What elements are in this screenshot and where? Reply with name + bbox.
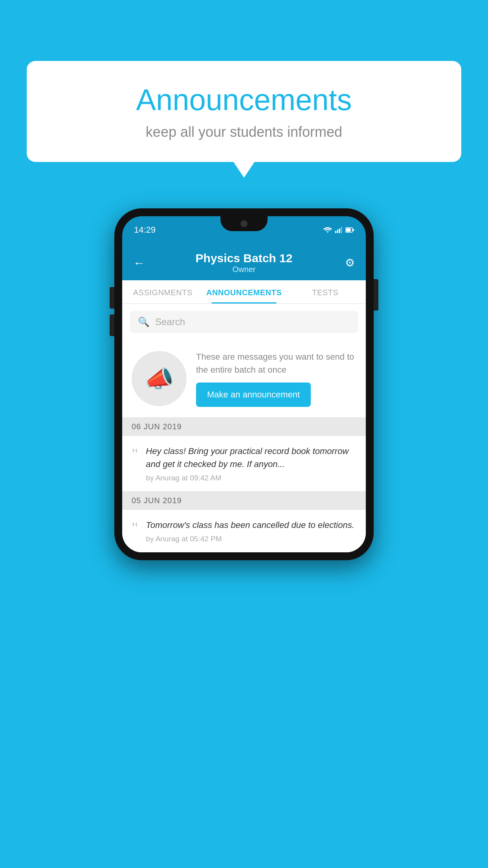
bubble-title: Announcements [50,83,438,117]
phone-screen: ← Physics Batch 12 Owner ⚙ ASSIGNMENTS A… [122,244,366,552]
make-announcement-button[interactable]: Make an announcement [196,383,311,407]
svg-rect-0 [335,231,336,233]
date-label-1: 06 JUN 2019 [132,422,182,431]
phone-side-button-right [374,279,378,311]
announcement-icon-circle: 📣 [132,351,187,406]
speech-bubble-section: Announcements keep all your students inf… [27,61,461,162]
settings-icon[interactable]: ⚙ [339,256,355,269]
svg-rect-3 [341,227,342,233]
date-label-2: 05 JUN 2019 [132,496,182,505]
phone-side-button-left-1 [110,287,114,309]
bubble-subtitle: keep all your students informed [50,124,438,140]
announcement-text-1: Hey class! Bring your practical record b… [146,445,356,471]
search-icon: 🔍 [138,316,150,327]
quote-icon-1: " [132,446,138,462]
announcement-content-2: Tomorrow's class has been cancelled due … [146,519,356,543]
announcement-meta-1: by Anurag at 09:42 AM [146,474,356,482]
status-bar: 14:29 [122,216,366,244]
promo-description: These are messages you want to send to t… [196,350,356,376]
speech-bubble-card: Announcements keep all your students inf… [27,61,461,162]
tab-assignments[interactable]: ASSIGNMENTS [122,280,204,303]
wifi-icon [323,227,332,233]
announcement-content-1: Hey class! Bring your practical record b… [146,445,356,482]
phone-mockup: 14:29 [114,208,374,560]
signal-icon [335,227,342,233]
quote-icon-2: " [132,520,138,536]
user-role: Owner [196,265,293,274]
battery-icon [345,227,354,233]
date-divider-2: 05 JUN 2019 [122,491,366,510]
tabs-bar: ASSIGNMENTS ANNOUNCEMENTS TESTS [122,280,366,304]
search-container: 🔍 Search [122,304,366,340]
promo-section: 📣 These are messages you want to send to… [122,340,366,417]
tab-announcements[interactable]: ANNOUNCEMENTS [204,280,285,303]
announcement-meta-2: by Anurag at 05:42 PM [146,535,356,543]
batch-name: Physics Batch 12 [196,252,293,265]
camera [240,220,248,227]
header-title-block: Physics Batch 12 Owner [196,252,293,274]
phone-side-button-left-2 [110,314,114,336]
search-input[interactable]: Search [155,316,185,327]
phone-notch [220,216,268,231]
announcement-item-2[interactable]: " Tomorrow's class has been cancelled du… [122,510,366,552]
svg-rect-6 [353,229,354,231]
status-icons [323,227,354,233]
svg-rect-2 [339,228,340,233]
status-time: 14:29 [134,225,156,235]
back-button[interactable]: ← [133,256,149,270]
search-bar[interactable]: 🔍 Search [130,311,358,333]
announcement-item-1[interactable]: " Hey class! Bring your practical record… [122,436,366,491]
phone-frame: 14:29 [114,208,374,560]
app-header: ← Physics Batch 12 Owner ⚙ [122,244,366,280]
announcement-text-2: Tomorrow's class has been cancelled due … [146,519,356,531]
svg-rect-1 [337,230,338,233]
date-divider-1: 06 JUN 2019 [122,417,366,436]
megaphone-icon: 📣 [145,365,174,393]
svg-rect-5 [346,228,351,232]
promo-content: These are messages you want to send to t… [196,350,356,407]
tab-tests[interactable]: TESTS [284,280,366,303]
